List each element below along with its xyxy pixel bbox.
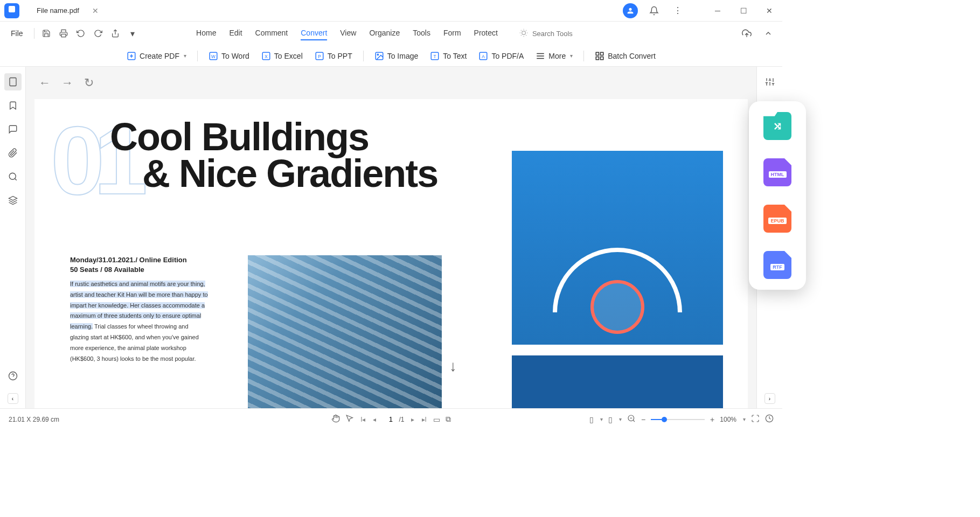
search-tools-input[interactable] [532, 30, 586, 38]
batch-convert-button[interactable]: Batch Convert [594, 49, 657, 63]
menu-edit[interactable]: Edit [229, 26, 242, 40]
prev-page-icon[interactable]: ◂ [372, 415, 377, 424]
collapse-left-icon[interactable]: ‹ [8, 393, 18, 404]
to-ppt-button[interactable]: P To PPT [314, 49, 353, 63]
nav-reload-icon[interactable]: ↻ [84, 76, 94, 90]
nav-back-icon[interactable]: ← [39, 76, 51, 90]
highlighted-text[interactable]: If rustic aesthetics and animal motifs a… [70, 281, 208, 330]
menu-form[interactable]: Form [443, 26, 461, 40]
first-page-icon[interactable]: I◂ [359, 415, 366, 424]
fit-width-icon[interactable]: ▯ [589, 415, 594, 424]
title-bar: File name.pdf ✕ ⋮ ─ ☐ ✕ [0, 0, 782, 22]
maximize-button[interactable]: ☐ [735, 2, 752, 19]
html-format-button[interactable]: HTML [763, 158, 791, 186]
redo-icon[interactable] [91, 26, 106, 41]
select-tool-icon[interactable] [345, 414, 354, 424]
comments-icon[interactable] [4, 121, 22, 138]
chevron-down-icon[interactable]: ▾ [600, 416, 603, 422]
to-pdfa-label: To PDF/A [491, 52, 524, 60]
tab-title: File name.pdf [37, 6, 79, 15]
to-word-button[interactable]: W To Word [207, 49, 251, 63]
page-dimensions: 21.01 X 29.69 cm [9, 416, 59, 423]
read-mode-icon[interactable] [765, 414, 774, 424]
zoom-plus-icon[interactable]: + [710, 415, 714, 424]
menu-home[interactable]: Home [196, 26, 216, 40]
undo-icon[interactable] [73, 26, 88, 41]
menu-tools[interactable]: Tools [413, 26, 430, 40]
subtitle-info: Monday/31.01.2021./ Online Edition 50 Se… [70, 255, 187, 275]
minimize-button[interactable]: ─ [709, 2, 726, 19]
convert-toolbar: Create PDF ▾ W To Word X To Excel P To P… [0, 45, 782, 67]
save-icon[interactable] [39, 26, 54, 41]
quick-dropdown-icon[interactable]: ▾ [125, 26, 140, 41]
svg-text:P: P [318, 54, 321, 59]
lightbulb-icon[interactable] [519, 29, 528, 39]
hand-tool-icon[interactable] [331, 414, 340, 424]
close-window-button[interactable]: ✕ [761, 2, 778, 19]
close-tab-icon[interactable]: ✕ [92, 6, 99, 15]
thumbnails-icon[interactable] [4, 73, 22, 90]
chevron-down-icon[interactable]: ▾ [619, 416, 622, 422]
zoom-minus-icon[interactable]: − [641, 415, 645, 424]
svg-rect-30 [601, 52, 603, 55]
collapse-ribbon-icon[interactable] [761, 26, 776, 41]
attachments-icon[interactable] [4, 144, 22, 162]
menu-protect[interactable]: Protect [474, 26, 498, 40]
zoom-slider[interactable] [651, 419, 705, 420]
fit-page-icon[interactable]: ▯ [608, 415, 613, 424]
to-excel-label: To Excel [274, 52, 303, 60]
page-indicator: /1 [383, 415, 404, 423]
create-pdf-label: Create PDF [140, 52, 179, 60]
create-pdf-button[interactable]: Create PDF ▾ [126, 49, 187, 63]
layers-icon[interactable] [4, 192, 22, 209]
subtitle-line1: Monday/31.01.2021./ Online Edition [70, 255, 187, 265]
collapse-right-icon[interactable]: › [764, 393, 775, 404]
epub-format-button[interactable]: EPUB [763, 205, 791, 233]
document-tab[interactable]: File name.pdf ✕ [28, 0, 107, 21]
menu-convert[interactable]: Convert [301, 26, 327, 40]
rtf-format-button[interactable]: RTF [763, 251, 791, 279]
menu-organize[interactable]: Organize [369, 26, 400, 40]
chevron-down-icon[interactable]: ▾ [743, 416, 746, 422]
svg-line-9 [521, 35, 522, 36]
user-avatar-icon[interactable] [623, 3, 638, 18]
single-page-icon[interactable]: ▭ [433, 415, 440, 424]
more-options-icon[interactable]: ⋮ [670, 3, 685, 18]
svg-point-37 [9, 372, 17, 380]
svg-line-10 [526, 30, 526, 30]
to-pdfa-button[interactable]: A To PDF/A [477, 49, 525, 63]
properties-icon[interactable] [761, 73, 779, 90]
svg-point-21 [377, 54, 378, 55]
to-excel-button[interactable]: X To Excel [260, 49, 304, 63]
print-icon[interactable] [56, 26, 71, 41]
help-icon[interactable] [4, 367, 22, 385]
chevron-down-icon: ▾ [184, 53, 186, 59]
menu-view[interactable]: View [340, 26, 356, 40]
nav-forward-icon[interactable]: → [61, 76, 73, 90]
to-text-button[interactable]: T To Text [429, 49, 468, 63]
svg-rect-0 [61, 34, 66, 37]
menu-comment[interactable]: Comment [255, 26, 288, 40]
to-image-button[interactable]: To Image [373, 49, 420, 63]
notification-icon[interactable] [647, 3, 662, 18]
search-icon[interactable] [4, 168, 22, 185]
to-ppt-label: To PPT [328, 52, 352, 60]
file-menu[interactable]: File [6, 27, 27, 40]
next-page-icon[interactable]: ▸ [410, 415, 415, 424]
two-page-icon[interactable]: ⧉ [446, 415, 451, 424]
more-button[interactable]: More ▾ [534, 49, 574, 63]
folder-format-button[interactable]: ⤭ [763, 112, 791, 140]
share-icon[interactable] [108, 26, 123, 41]
svg-rect-29 [596, 52, 599, 55]
svg-text:X: X [265, 54, 268, 59]
svg-rect-31 [601, 57, 603, 59]
last-page-icon[interactable]: ▸I [421, 415, 428, 424]
bookmarks-icon[interactable] [4, 97, 22, 114]
svg-text:W: W [211, 54, 216, 59]
chevron-down-icon: ▾ [570, 53, 573, 59]
cloud-upload-icon[interactable] [739, 26, 754, 41]
zoom-out-icon[interactable] [627, 414, 636, 424]
fullscreen-icon[interactable] [751, 414, 760, 424]
page-number-input[interactable] [383, 415, 399, 423]
headline-line1: Cool Bulldings [110, 118, 595, 155]
